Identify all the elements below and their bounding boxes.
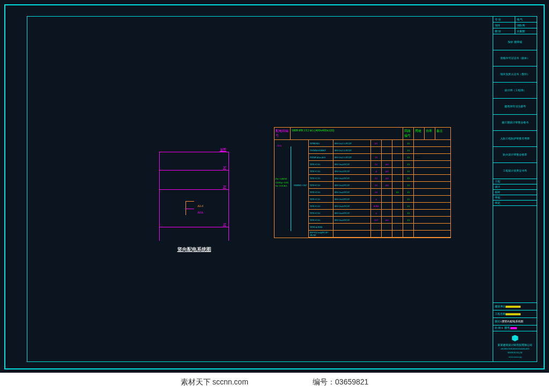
num3-cell bbox=[392, 224, 403, 230]
breaker-cell: TPE-C10 bbox=[309, 161, 333, 167]
circuit-row: TPE-C10BV-3x4 PC2F506513 bbox=[309, 189, 450, 196]
num1-cell: 50 bbox=[371, 182, 382, 188]
bus-line bbox=[291, 146, 291, 231]
num3-cell bbox=[392, 147, 403, 153]
breaker-cell: TPD-4.R80 bbox=[309, 224, 333, 230]
num2-cell bbox=[382, 147, 392, 153]
num3-cell bbox=[392, 231, 403, 237]
num4-cell bbox=[403, 224, 414, 230]
cell: 图 别 bbox=[493, 28, 515, 34]
cable-cell: BV-3x4 PC2F bbox=[333, 210, 371, 216]
num2-cell: 4.6 bbox=[382, 161, 392, 167]
title-block: 专 业电 气项目消防局图 别方案图 加密 图审核资格许可证证书（副本）项目负责人… bbox=[493, 17, 537, 361]
cable-cell: BV-3x4 PC2F bbox=[333, 217, 371, 223]
num3-cell bbox=[392, 175, 403, 181]
page-footer: 素材天下 sccnn.com 编号：03659821 bbox=[0, 373, 549, 392]
title-small-row: 校对 bbox=[493, 190, 537, 195]
floor-line bbox=[160, 189, 228, 190]
floor-line bbox=[160, 170, 228, 171]
cell: 消防局 bbox=[515, 23, 537, 28]
title-small-row: 工程 bbox=[493, 179, 537, 184]
riser-mark: ALd bbox=[197, 204, 203, 208]
num1-cell: 82M bbox=[371, 203, 382, 209]
footer-site-label: 素材天下 bbox=[181, 378, 213, 386]
panel-body: ALk Pn=52KW COSφ=0.85 In=233.8A RMM1-C67… bbox=[274, 140, 450, 238]
num1-cell bbox=[371, 147, 382, 153]
cell: 电 气 bbox=[515, 17, 537, 23]
footer-site: 素材天下 sccnn.com bbox=[181, 378, 248, 387]
num1-cell: 25 bbox=[371, 175, 382, 181]
num4-cell: 13 bbox=[403, 203, 414, 209]
cable-cell: BV-3x4 PC2F bbox=[333, 161, 371, 167]
title-proj-row: 工程名称 bbox=[493, 310, 537, 318]
circuit-row: TPE-C10BV-3x4 PC2F82M13 bbox=[309, 203, 450, 210]
panel-id: ALk bbox=[277, 144, 281, 147]
scale-label: 比 例 bbox=[495, 327, 501, 330]
diagram-title: 竖向配电系统图 bbox=[159, 246, 229, 253]
title-small-row: 审核 bbox=[493, 195, 537, 201]
breaker-cell: TPE-C10 bbox=[309, 203, 333, 209]
floor-label: 1F bbox=[223, 223, 226, 226]
title-proj-row: 建设单位 bbox=[493, 303, 537, 310]
title-small-row: 审定 bbox=[493, 201, 537, 206]
cable-cell: BV-3x4 PC2F bbox=[333, 182, 371, 188]
title-row: 人防工程防护审查专用章 bbox=[493, 131, 537, 147]
num4-cell: 13 bbox=[403, 210, 414, 216]
riser-vertical bbox=[186, 201, 186, 215]
floor-line bbox=[160, 227, 228, 227]
label: 工程名称 bbox=[495, 313, 506, 316]
num1-cell: 127 bbox=[371, 217, 382, 223]
company-logo-block: 某某建筑设计研究院有限公司 ARCHITECTURE DESIGN & RESE… bbox=[493, 331, 537, 361]
num1-cell: 4 bbox=[371, 168, 382, 174]
remark-cell bbox=[414, 189, 450, 195]
num1-cell: 25 bbox=[371, 161, 382, 167]
cable-cell: BV-3x4 PC2F bbox=[333, 168, 371, 174]
remark-cell bbox=[414, 175, 450, 181]
remark-cell bbox=[414, 182, 450, 188]
breaker-cell: TPE-C10 bbox=[309, 175, 333, 181]
scale-value: 1 bbox=[502, 327, 503, 330]
cable-cell: BV-3x4 PC2F bbox=[333, 175, 371, 181]
breaker-cell: BV-C(5x4)PC2F-JR.M bbox=[309, 231, 333, 237]
title-row: 施工图设计审查合格书 bbox=[493, 115, 537, 131]
cable-cell bbox=[333, 224, 371, 230]
label: 图名 bbox=[495, 320, 500, 323]
outer-frame: 专 业电 气项目消防局图 别方案图 加密 图审核资格许可证证书（副本）项目负责人… bbox=[4, 4, 545, 369]
num2-cell bbox=[382, 224, 392, 230]
circuit-row: TPE-C10BV-3x4 PC2F44.613 bbox=[309, 168, 450, 175]
num4-cell: 13 bbox=[403, 140, 414, 146]
vertical-distribution-diagram: 屋面3F2F1FALdALk 竖向配电系统图 bbox=[159, 152, 229, 253]
cable-cell: BV-2x2.5 PC2F bbox=[333, 154, 371, 160]
cell: 专 业 bbox=[493, 17, 515, 23]
circuit-row: NEM-45w450BV-2x2.5 PC2F1213EL8H bbox=[309, 154, 450, 161]
num3-cell bbox=[392, 154, 403, 160]
title-row: 防火设计审查合格章 bbox=[493, 147, 537, 163]
breaker-cell: TPE-C10 bbox=[309, 217, 333, 223]
circuit-row: TPE-C10BV-3x4 PC2F504.613 bbox=[309, 182, 450, 189]
num1-cell bbox=[371, 224, 382, 230]
breaker-cell: TPE-C10 bbox=[309, 168, 333, 174]
panel-main-spec: Pn=52KW COSφ=0.85 In=233.8A bbox=[276, 177, 288, 188]
company-name: 某某建筑设计研究院有限公司 bbox=[498, 343, 532, 346]
label: 建设单位 bbox=[495, 305, 506, 308]
num4-cell: 13 bbox=[403, 175, 414, 181]
hdr-power: 功率 bbox=[425, 128, 435, 139]
remark-cell bbox=[414, 140, 450, 146]
num4-cell: 13 bbox=[403, 182, 414, 188]
breaker-cell: NEM-45w450 bbox=[309, 154, 333, 160]
num3-cell bbox=[392, 203, 403, 209]
company-url: www.xxxxx.cg bbox=[508, 356, 521, 358]
num4-cell: 13 bbox=[403, 189, 414, 195]
num2-cell: 4.6 bbox=[382, 175, 392, 181]
circuit-row: TPD-4.R80 bbox=[309, 224, 450, 231]
num2-cell bbox=[382, 231, 392, 237]
cell: 方案图 bbox=[515, 28, 537, 34]
cell: 项目 bbox=[493, 23, 515, 28]
hdr-use: 用途 bbox=[414, 128, 425, 139]
num2-cell: 4.6 bbox=[382, 182, 392, 188]
hdr-panel-spec: SBH-PB 1T2 kG (400x400x120) bbox=[291, 128, 403, 139]
breaker-cell: TPM-R0 bbox=[309, 140, 333, 146]
remark-cell: EL8H bbox=[414, 154, 450, 160]
hex-icon bbox=[512, 335, 518, 342]
num2-cell bbox=[382, 189, 392, 195]
